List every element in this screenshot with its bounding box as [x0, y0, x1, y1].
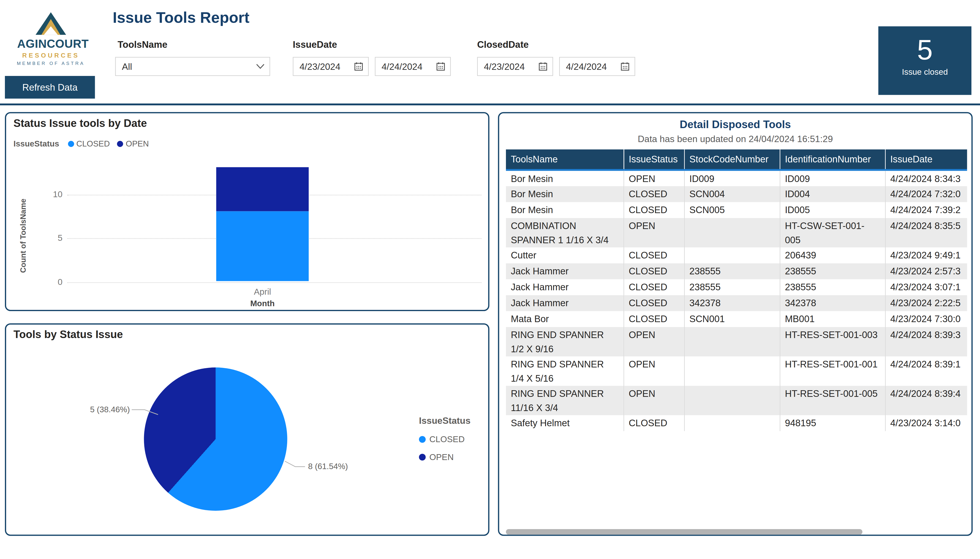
legend-title: IssueStatus	[419, 415, 472, 426]
page-title: Issue Tools Report	[113, 8, 250, 26]
report-page: AGINCOURT RESOURCES MEMBER OF ASTRA Issu…	[0, 0, 980, 559]
table-cell: Bor Mesin	[506, 186, 623, 202]
table-cell: SCN004	[684, 186, 780, 202]
table-row[interactable]: Bor MesinOPENID009ID0094/24/2024 8:34:3	[506, 170, 967, 186]
issuedate-from-input[interactable]: 4/23/2024	[293, 57, 369, 76]
legend-item-closed[interactable]: CLOSED	[68, 139, 110, 149]
table-row[interactable]: Jack HammerCLOSED2385552385554/23/2024 3…	[506, 279, 967, 295]
table-cell: ID005	[780, 202, 885, 218]
table-title: Detail Disposed Tools	[499, 118, 972, 131]
pie-data-label-closed: 8 (61.54%)	[308, 462, 348, 471]
table-cell: 948195	[780, 415, 885, 431]
table-row[interactable]: CutterCLOSED2064394/23/2024 9:49:1	[506, 247, 967, 263]
table-header-row: ToolsName IssueStatus StockCodeNumber Id…	[506, 149, 967, 170]
column-header-identificationnumber[interactable]: IdentificationNumber	[780, 149, 885, 170]
closeddate-to-value: 4/24/2024	[560, 61, 621, 72]
horizontal-scrollbar[interactable]	[506, 529, 863, 535]
table-body: Bor MesinOPENID009ID0094/24/2024 8:34:3B…	[506, 170, 967, 431]
table-cell: 4/23/2024 2:22:5	[885, 295, 967, 311]
column-header-issuedate[interactable]: IssueDate	[885, 149, 967, 170]
table-cell: HT-RES-SET-001-003	[780, 327, 885, 356]
table-cell: CLOSED	[623, 247, 684, 263]
calendar-icon	[354, 62, 364, 71]
y-tick-5: 5	[42, 233, 63, 243]
table-cell: CLOSED	[623, 295, 684, 311]
closeddate-to-input[interactable]: 4/24/2024	[559, 57, 635, 76]
table-cell: 4/24/2024 8:39:1	[885, 356, 967, 386]
legend-label: OPEN	[126, 139, 149, 149]
y-tick-0: 0	[42, 277, 63, 287]
table-cell: SCN001	[684, 311, 780, 327]
logo-text-resources: RESOURCES	[17, 51, 84, 59]
table-cell: RING END SPANNER 1/4 X 5/16	[506, 356, 623, 386]
legend-item-open[interactable]: OPEN	[117, 139, 149, 149]
column-header-stockcodenumber[interactable]: StockCodeNumber	[684, 149, 780, 170]
table-cell: 4/23/2024 3:07:1	[885, 279, 967, 295]
table-cell: 238555	[684, 263, 780, 279]
bar-segment-open[interactable]	[216, 167, 309, 211]
refresh-data-button[interactable]: Refresh Data	[5, 76, 95, 99]
x-category-label: April	[216, 287, 309, 296]
chevron-down-icon	[256, 64, 264, 69]
table-row[interactable]: Safety HelmetCLOSED9481954/23/2024 3:14:…	[506, 415, 967, 431]
table-row[interactable]: Jack HammerCLOSED3423783423784/23/2024 2…	[506, 295, 967, 311]
table-cell: OPEN	[623, 356, 684, 386]
legend-label: OPEN	[430, 452, 454, 462]
kpi-card-issue-closed: 5 Issue closed	[878, 26, 972, 95]
pie-chart-panel: Tools by Status Issue 5 (38.46%) 8 (61.5…	[5, 323, 489, 536]
pie-data-label-open: 5 (38.46%)	[31, 405, 130, 414]
agincourt-logo-icon	[36, 12, 66, 35]
table-cell: OPEN	[623, 170, 684, 186]
table-cell: 238555	[684, 279, 780, 295]
table-cell: Jack Hammer	[506, 279, 623, 295]
legend-item-open[interactable]: OPEN	[419, 452, 464, 462]
logo-text-agincourt: AGINCOURT	[17, 38, 84, 51]
closed-dot-icon	[419, 436, 426, 443]
table-row[interactable]: Bor MesinCLOSEDSCN004ID0044/24/2024 7:32…	[506, 186, 967, 202]
open-dot-icon	[117, 141, 123, 147]
closeddate-from-value: 4/23/2024	[478, 61, 539, 72]
table-row[interactable]: Jack HammerCLOSED2385552385554/23/2024 2…	[506, 263, 967, 279]
table-row[interactable]: COMBINATION SPANNER 1 1/16 X 3/4OPENHT-C…	[506, 218, 967, 247]
table-row[interactable]: RING END SPANNER 11/16 X 3/4OPENHT-RES-S…	[506, 386, 967, 415]
legend-item-closed[interactable]: CLOSED	[419, 434, 464, 444]
closeddate-from-input[interactable]: 4/23/2024	[477, 57, 553, 76]
table-subtitle: Data has been updated on 24/04/2024 16:5…	[499, 134, 972, 144]
table-cell: CLOSED	[623, 311, 684, 327]
table-cell: ID004	[780, 186, 885, 202]
table-cell: HT-RES-SET-001-005	[780, 386, 885, 415]
table-cell: 4/23/2024 9:49:1	[885, 247, 967, 263]
table-row[interactable]: Mata BorCLOSEDSCN001MB0014/23/2024 7:30:…	[506, 311, 967, 327]
table-row[interactable]: Bor MesinCLOSEDSCN005ID0054/24/2024 7:39…	[506, 202, 967, 218]
table-cell	[684, 327, 780, 356]
table-cell	[684, 356, 780, 386]
toolsname-dropdown[interactable]: All	[115, 57, 270, 76]
table-cell	[684, 218, 780, 247]
kpi-label: Issue closed	[878, 67, 972, 77]
table-cell: RING END SPANNER 1/2 X 9/16	[506, 327, 623, 356]
table-cell	[684, 415, 780, 431]
table-row[interactable]: RING END SPANNER 1/2 X 9/16OPENHT-RES-SE…	[506, 327, 967, 356]
column-header-issuestatus[interactable]: IssueStatus	[623, 149, 684, 170]
pie-chart[interactable]	[144, 367, 288, 511]
table-cell: MB001	[780, 311, 885, 327]
table-row[interactable]: RING END SPANNER 1/4 X 5/16OPENHT-RES-SE…	[506, 356, 967, 386]
issuedate-from-value: 4/23/2024	[294, 61, 354, 72]
table-cell: OPEN	[623, 218, 684, 247]
table-cell: Jack Hammer	[506, 263, 623, 279]
table-cell: Jack Hammer	[506, 295, 623, 311]
issuedate-to-value: 4/24/2024	[375, 61, 436, 72]
table-cell: OPEN	[623, 327, 684, 356]
issuedate-to-input[interactable]: 4/24/2024	[375, 57, 451, 76]
kpi-value: 5	[878, 35, 972, 64]
x-axis-title: Month	[216, 299, 309, 308]
issuedate-filter-label: IssueDate	[293, 39, 337, 50]
table-cell: 4/23/2024 7:30:0	[885, 311, 967, 327]
stacked-bar-april	[216, 167, 309, 281]
bar-segment-closed[interactable]	[216, 211, 309, 281]
header-divider	[0, 104, 980, 106]
toolsname-filter-label: ToolsName	[117, 39, 167, 50]
bar-chart-legend: IssueStatus CLOSED OPEN	[13, 139, 156, 149]
detail-table: ToolsName IssueStatus StockCodeNumber Id…	[506, 149, 967, 431]
column-header-toolsname[interactable]: ToolsName	[506, 149, 623, 170]
